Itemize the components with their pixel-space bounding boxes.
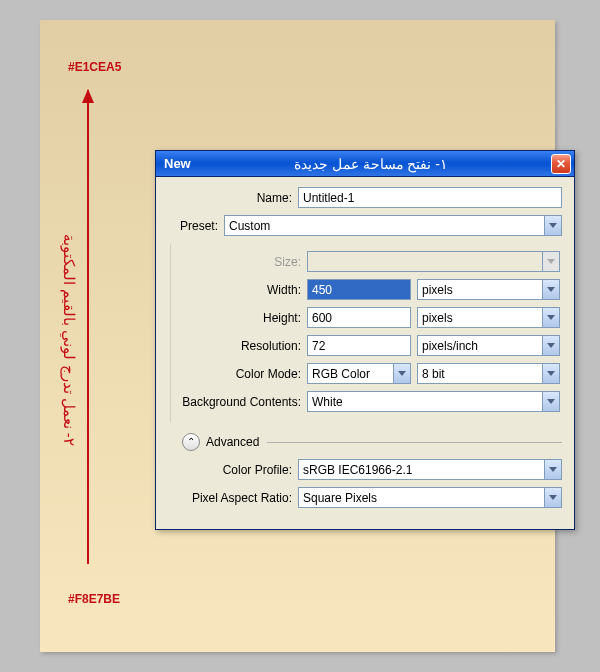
resolution-label: Resolution: [171, 339, 307, 353]
colormode-value: RGB Color [312, 367, 370, 381]
height-unit-value: pixels [422, 311, 453, 325]
chevron-down-icon [544, 216, 561, 235]
dialog-body: Name: Preset: Custom Size: Width: [156, 177, 574, 529]
width-unit-value: pixels [422, 283, 453, 297]
advanced-label: Advanced [206, 435, 259, 449]
preset-select[interactable]: Custom [224, 215, 562, 236]
colorprofile-value: sRGB IEC61966-2.1 [303, 463, 412, 477]
close-icon: ✕ [556, 157, 566, 171]
height-input[interactable] [307, 307, 411, 328]
chevron-down-icon [544, 460, 561, 479]
colormode-label: Color Mode: [171, 367, 307, 381]
instruction-vertical-text: ٢- نعمل تدرج لوني بالقيم المكتوبة [54, 190, 78, 490]
dialog-subtitle: ١- نفتح مساحة عمل جديدة [191, 156, 551, 172]
hex-bottom-label: #F8E7BE [68, 592, 120, 606]
pixelar-select[interactable]: Square Pixels [298, 487, 562, 508]
colordepth-select[interactable]: 8 bit [417, 363, 560, 384]
colordepth-value: 8 bit [422, 367, 445, 381]
chevron-down-icon [542, 364, 559, 383]
height-unit-select[interactable]: pixels [417, 307, 560, 328]
chevron-down-icon [542, 336, 559, 355]
chevron-down-icon [542, 280, 559, 299]
preset-value: Custom [229, 219, 270, 233]
resolution-input[interactable] [307, 335, 411, 356]
hex-top-label: #E1CEA5 [68, 60, 121, 74]
chevron-down-icon [542, 308, 559, 327]
close-button[interactable]: ✕ [551, 154, 571, 174]
gradient-arrow [87, 90, 89, 564]
width-input[interactable] [307, 279, 411, 300]
pixelar-value: Square Pixels [303, 491, 377, 505]
new-document-dialog: New ١- نفتح مساحة عمل جديدة ✕ Name: Pres… [155, 150, 575, 530]
resolution-unit-value: pixels/inch [422, 339, 478, 353]
dialog-titlebar[interactable]: New ١- نفتح مساحة عمل جديدة ✕ [156, 151, 574, 177]
pixelar-label: Pixel Aspect Ratio: [162, 491, 298, 505]
resolution-unit-select[interactable]: pixels/inch [417, 335, 560, 356]
width-label: Width: [171, 283, 307, 297]
divider [267, 442, 562, 443]
advanced-toggle-button[interactable]: ⌃ [182, 433, 200, 451]
chevron-down-icon [542, 392, 559, 411]
colorprofile-label: Color Profile: [162, 463, 298, 477]
bgcontents-value: White [312, 395, 343, 409]
width-unit-select[interactable]: pixels [417, 279, 560, 300]
dialog-title: New [164, 156, 191, 171]
colorprofile-select[interactable]: sRGB IEC61966-2.1 [298, 459, 562, 480]
chevron-down-icon [544, 488, 561, 507]
height-label: Height: [171, 311, 307, 325]
bgcontents-label: Background Contents: [171, 395, 307, 409]
size-label: Size: [171, 255, 307, 269]
colormode-select[interactable]: RGB Color [307, 363, 411, 384]
name-input[interactable] [298, 187, 562, 208]
name-label: Name: [162, 191, 298, 205]
preset-label: Preset: [162, 219, 224, 233]
chevron-up-icon: ⌃ [187, 436, 195, 447]
size-select [307, 251, 560, 272]
chevron-down-icon [393, 364, 410, 383]
chevron-down-icon [542, 252, 559, 271]
bgcontents-select[interactable]: White [307, 391, 560, 412]
